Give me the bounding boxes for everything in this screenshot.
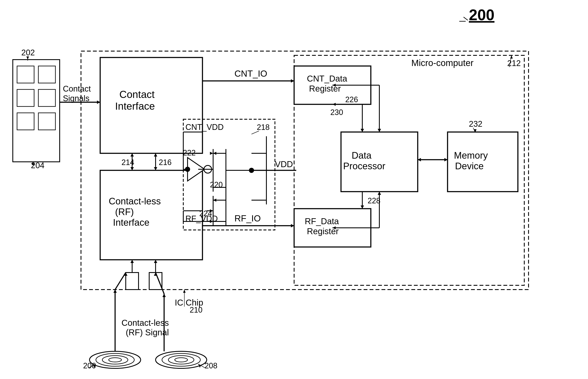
svg-marker-92 bbox=[162, 294, 166, 297]
label-212: 212 bbox=[507, 59, 521, 68]
label-214: 214 bbox=[121, 158, 134, 167]
label-216: 216 bbox=[159, 158, 171, 167]
svg-marker-50 bbox=[213, 152, 216, 155]
svg-marker-49 bbox=[210, 152, 213, 155]
svg-rect-3 bbox=[38, 66, 55, 83]
vdd-label: VDD bbox=[275, 159, 293, 169]
cnt-io-label: CNT_IO bbox=[235, 69, 267, 79]
cnt-data-reg-label1: CNT_Data bbox=[307, 74, 347, 83]
label-232: 232 bbox=[469, 119, 482, 128]
contactless-signal-label2: (RF) Signal bbox=[126, 328, 169, 337]
label-222: 222 bbox=[183, 148, 196, 157]
label-202: 202 bbox=[21, 48, 35, 57]
svg-line-1 bbox=[464, 17, 468, 20]
svg-marker-88 bbox=[113, 290, 117, 293]
data-processor-label1: Data bbox=[352, 150, 371, 160]
svg-rect-4 bbox=[17, 89, 34, 107]
svg-rect-95 bbox=[126, 272, 138, 290]
cnt-vdd-label: CNT_VDD bbox=[185, 123, 224, 132]
svg-point-77 bbox=[102, 356, 128, 364]
svg-marker-9 bbox=[26, 56, 29, 60]
svg-line-43 bbox=[252, 131, 259, 134]
contact-signals-label: Contact bbox=[63, 84, 91, 93]
label-230: 230 bbox=[330, 108, 343, 117]
label-210: 210 bbox=[190, 306, 202, 314]
contact-interface-label2: Interface bbox=[115, 100, 155, 112]
svg-rect-5 bbox=[38, 89, 55, 107]
contactless-interface-label3: Interface bbox=[113, 217, 149, 228]
microcomputer-label: Micro-computer bbox=[411, 58, 473, 68]
svg-marker-51 bbox=[213, 199, 216, 202]
svg-rect-2 bbox=[17, 66, 34, 83]
label-226: 226 bbox=[345, 95, 358, 104]
label-228: 228 bbox=[368, 196, 380, 205]
svg-point-75 bbox=[89, 351, 141, 368]
svg-point-84 bbox=[175, 358, 187, 362]
svg-point-78 bbox=[109, 358, 121, 362]
contact-signals-label2: Signals bbox=[63, 94, 89, 103]
contactless-signal-label1: Contact-less bbox=[121, 318, 169, 328]
label-218: 218 bbox=[257, 123, 269, 132]
figure-number: 200 bbox=[469, 6, 494, 23]
rf-io-label: RF_IO bbox=[235, 213, 261, 223]
label-220: 220 bbox=[210, 180, 223, 189]
svg-rect-7 bbox=[38, 113, 55, 130]
data-processor-label2: Processor bbox=[343, 161, 385, 171]
rf-data-reg-label1: RF_Data bbox=[305, 217, 339, 226]
contact-interface-label1: Contact bbox=[119, 89, 154, 100]
memory-device-label2: Device bbox=[455, 161, 484, 171]
svg-marker-74 bbox=[183, 290, 186, 293]
svg-rect-6 bbox=[17, 113, 34, 130]
label-208: 208 bbox=[205, 361, 217, 370]
contactless-interface-label2: (RF) bbox=[115, 206, 134, 217]
svg-point-83 bbox=[168, 356, 194, 364]
svg-marker-15 bbox=[510, 55, 513, 59]
svg-line-89 bbox=[115, 272, 126, 290]
memory-device-label1: Memory bbox=[454, 150, 488, 160]
contactless-interface-label1: Contact-less bbox=[109, 196, 161, 206]
